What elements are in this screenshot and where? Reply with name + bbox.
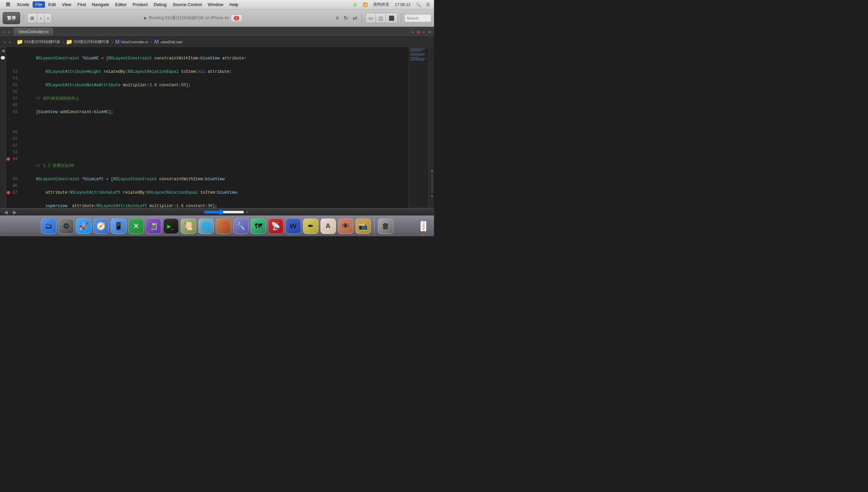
right-sidebar: ⊕ ⊖ (429, 47, 434, 208)
dock-maps[interactable]: 🗺 (251, 219, 266, 234)
dock-capture[interactable]: 📸 (355, 219, 371, 234)
layout-toggle: ▭ ◫ ⬛ (366, 13, 397, 23)
dock-font[interactable]: A (321, 219, 336, 234)
code-content[interactable]: NSLayoutConstraint *blueHC = [NSLayoutCo… (24, 47, 408, 208)
error-dot-64 (7, 157, 10, 161)
split-v-btn[interactable]: ⬛ (386, 14, 397, 23)
toolbar-sep-3 (401, 14, 401, 23)
status-back-btn[interactable]: ◀ (3, 209, 9, 216)
dock-finder[interactable]: 🗂 (41, 219, 56, 234)
line-num-55: 55 (6, 82, 20, 89)
code-line-59-3: superview attribute:NSLayoutAttributeLef… (26, 203, 406, 208)
file-icon: M (115, 39, 120, 45)
tab-nav-right[interactable]: › (422, 28, 426, 35)
dock-tools[interactable]: 🔧 (233, 219, 249, 234)
pause-button[interactable]: 暂停 (3, 12, 20, 24)
single-pane-btn[interactable]: ▭ (366, 14, 376, 23)
dock-help[interactable]: ❓ (216, 219, 231, 234)
dock-filezilla[interactable]: 📡 (268, 219, 283, 234)
breadcrumb-method[interactable]: M -viewDidLoad (154, 39, 182, 45)
wifi-icon: 📶 (361, 2, 369, 7)
breadcrumb-label-3: ViewController.m (121, 40, 148, 44)
menu-find[interactable]: Find (75, 1, 88, 8)
filezilla-icon: 📡 (271, 222, 280, 230)
comment-icon[interactable]: 💬 (0, 56, 5, 60)
dock-safari[interactable]: 🧭 (93, 219, 109, 234)
exchange-btn[interactable]: ⇄ (351, 14, 358, 23)
menu-edit[interactable]: Edit (46, 1, 58, 8)
sidebar-toggle[interactable]: ◀ (1, 48, 4, 53)
breadcrumb-sep-3: › (150, 39, 152, 45)
nav-back-btn[interactable]: ‹ (37, 14, 45, 23)
scripteditor-icon: 📜 (184, 222, 193, 230)
dock-trash[interactable]: 🗑 (378, 219, 393, 234)
code-line-59: NSLayoutConstraint *blueLeft = [NSLayout… (26, 176, 406, 182)
menu-product[interactable]: Product (130, 1, 150, 8)
menu-source-control[interactable]: Source Control (170, 1, 205, 8)
code-line-52-part2: NSLayoutAttributeHeight relatedBy:NSLayo… (26, 69, 406, 75)
dock-launchpad[interactable]: 🚀 (76, 219, 91, 234)
vertical-scrollbar[interactable] (432, 173, 432, 194)
search-icon[interactable]: 🔍 (415, 2, 422, 7)
zoom-slider[interactable] (204, 210, 244, 215)
code-line-58: // 1.2 距离左边30 (26, 163, 406, 169)
nav-fwd-btn[interactable]: › (45, 14, 52, 23)
method-icon: M (154, 39, 159, 45)
minimap[interactable] (408, 47, 429, 208)
dock-separator (374, 219, 375, 234)
search-input[interactable] (404, 14, 431, 22)
error-badge[interactable]: 2 (231, 15, 242, 22)
format-btn[interactable]: ≡ (334, 14, 340, 23)
tab-nav-left[interactable]: ‹ (410, 28, 415, 35)
input-method[interactable]: 搜狗拼音 (372, 2, 391, 7)
list-icon[interactable]: ☰ (425, 2, 431, 7)
zoom-out-icon[interactable]: ⊖ (431, 194, 433, 198)
code-line-57 (26, 149, 406, 156)
breadcrumb-folder-2[interactable]: 📁 010通过代码创建约束 (66, 39, 109, 45)
breadcrumb-forward[interactable]: › (8, 39, 12, 45)
script2-icon: ✒ (308, 222, 314, 230)
dock-scripteditor[interactable]: 📜 (181, 219, 196, 234)
tools-icon: 🔧 (236, 222, 245, 230)
code-line-53: // 把约束添加到控件上 (26, 95, 406, 102)
menu-window[interactable]: Window (205, 1, 226, 8)
viewcontroller-tab[interactable]: ViewController.m (14, 28, 53, 35)
breadcrumb-back[interactable]: ‹ (3, 39, 7, 45)
dock-browser[interactable]: 🌐 (198, 219, 214, 234)
dock-preview[interactable]: 👁 (338, 219, 353, 234)
grid-view-btn[interactable]: ⊞ (27, 14, 37, 23)
nav-right-btn[interactable]: › (7, 28, 11, 35)
menu-debug[interactable]: Debug (151, 1, 169, 8)
zoom-level: ⊞ (245, 210, 248, 214)
add-tab-btn[interactable]: + (427, 28, 433, 35)
dock-word[interactable]: W (285, 219, 301, 234)
breadcrumb-sep-2: › (111, 39, 113, 45)
refresh-btn[interactable]: ↻ (342, 14, 349, 23)
line-num-59: 59 (6, 109, 20, 116)
breadcrumb-folder-1[interactable]: 📁 010通过代码创建约束 (17, 39, 60, 45)
menu-file[interactable]: File (32, 1, 45, 8)
dock-excel[interactable]: ✕ (128, 219, 144, 234)
zoom-icon[interactable]: ⊕ (431, 169, 433, 173)
line-num-cont-3 (6, 163, 20, 169)
line-num-54: 54 (6, 75, 20, 82)
line-num-53: 53 (6, 69, 20, 75)
line-num-blank-3 (6, 62, 20, 69)
menu-xcode[interactable]: Xcode (14, 1, 32, 8)
dock-script2[interactable]: ✒ (303, 219, 319, 234)
dock-settings[interactable]: ⚙ (58, 219, 74, 234)
nav-left-btn[interactable]: ‹ (1, 28, 6, 35)
dock-onenote[interactable]: 📓 (146, 219, 161, 234)
apple-menu[interactable]: ⌘ (3, 1, 14, 8)
menu-help[interactable]: Help (227, 1, 241, 8)
status-forward-btn[interactable]: ▶ (12, 209, 18, 216)
dock-appstore[interactable]: 📱 (111, 219, 126, 234)
status-bar: ◀ ▶ ⊞ (0, 208, 434, 216)
breadcrumb-file[interactable]: M ViewController.m (115, 39, 148, 45)
menu-editor[interactable]: Editor (113, 1, 129, 8)
split-h-btn[interactable]: ◫ (376, 14, 386, 23)
menu-navigate[interactable]: Navigate (89, 1, 112, 8)
menu-view[interactable]: View (59, 1, 74, 8)
line-num-blank-2 (6, 55, 20, 62)
dock-terminal[interactable]: ▶_ (163, 219, 179, 234)
